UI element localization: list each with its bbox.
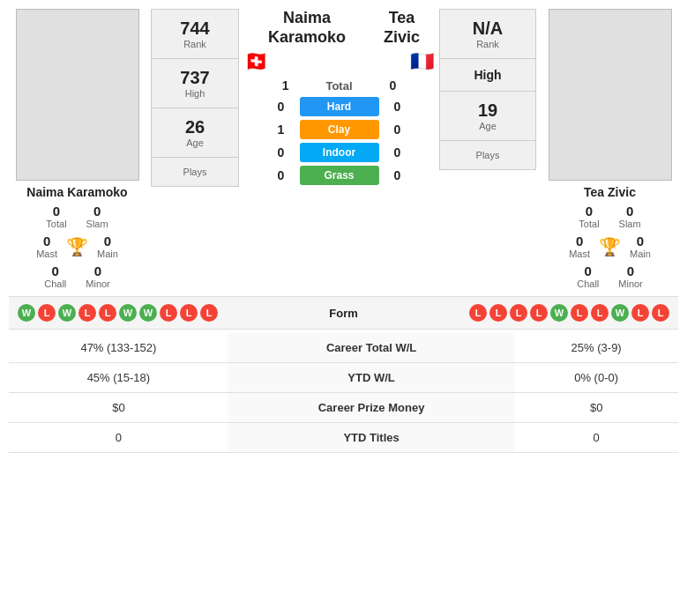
stats-row: $0 Career Prize Money $0 xyxy=(9,393,678,423)
player1-chall-label: Chall xyxy=(44,278,66,289)
player2-mast-cell: 0 Mast xyxy=(569,234,590,259)
player2-minor-value: 0 xyxy=(627,263,634,278)
player1-high-section: 737 High xyxy=(152,59,238,108)
loss-badge: L xyxy=(469,304,487,322)
player2-main-cell: 0 Main xyxy=(630,234,651,259)
players-header: Naima Karamoko Tea Zivic xyxy=(244,9,434,47)
player2-rank-label: Rank xyxy=(476,39,499,49)
player2-minor-label: Minor xyxy=(618,278,643,289)
player2-rank-section: N/A Rank xyxy=(440,10,535,59)
p1-indoor-score: 0 xyxy=(273,145,289,160)
p2-hard-score: 0 xyxy=(390,100,406,114)
stat-center: Career Prize Money xyxy=(228,393,514,423)
player2-age-section: 19 Age xyxy=(440,92,535,141)
player1-slam-value: 0 xyxy=(93,204,101,219)
stat-right: 25% (3-9) xyxy=(514,333,678,363)
player2-plays-label: Plays xyxy=(476,150,500,160)
player2-slam-label: Slam xyxy=(619,219,641,229)
player1-total-label: Total xyxy=(46,219,66,229)
stat-right: 0% (0-0) xyxy=(514,363,678,393)
total-label: Total xyxy=(300,79,379,93)
player1-stats-panel: 744 Rank 737 High 26 Age Plays xyxy=(151,9,239,187)
player1-high-label: High xyxy=(185,88,205,99)
player2-slam-value: 0 xyxy=(626,204,633,219)
grass-badge: Grass xyxy=(300,166,379,185)
stat-left: $0 xyxy=(9,393,228,423)
loss-badge: L xyxy=(652,304,669,322)
top-section: Naima Karamoko 0 Total 0 Slam 0 Mast 🏆 xyxy=(9,9,678,289)
player2-main-value: 0 xyxy=(637,234,644,249)
loss-badge: L xyxy=(530,304,548,322)
clay-badge: Clay xyxy=(300,120,379,139)
player2-name: Tea Zivic xyxy=(584,185,636,199)
player2-total-value: 0 xyxy=(586,204,593,219)
player2-trophy-icon: 🏆 xyxy=(599,236,621,257)
stat-left: 45% (15-18) xyxy=(9,363,228,393)
total-surface-row: 1 Total 0 xyxy=(244,78,434,93)
player1-high-value: 737 xyxy=(180,68,209,88)
player1-chall-cell: 0 Chall xyxy=(44,263,66,289)
form-label: Form xyxy=(329,307,358,320)
player1-chall-value: 0 xyxy=(52,263,59,278)
main-container: Naima Karamoko 0 Total 0 Slam 0 Mast 🏆 xyxy=(0,0,687,462)
player2-mast-value: 0 xyxy=(576,234,583,249)
player1-rank-label: Rank xyxy=(183,39,206,49)
win-badge: W xyxy=(58,304,76,322)
loss-badge: L xyxy=(591,304,609,322)
stats-table: 47% (133-152) Career Total W/L 25% (3-9)… xyxy=(9,333,678,453)
player1-name: Naima Karamoko xyxy=(26,185,127,199)
p2-indoor-score: 0 xyxy=(390,145,406,160)
flags-row: 🇨🇭 🇫🇷 xyxy=(244,50,434,73)
player2-header-name: Tea Zivic xyxy=(370,9,434,47)
player1-main-cell: 0 Main xyxy=(97,234,118,259)
stats-row: 47% (133-152) Career Total W/L 25% (3-9) xyxy=(9,333,678,363)
player1-minor-label: Minor xyxy=(86,278,110,289)
hard-surface-row: 0 Hard 0 xyxy=(244,97,434,116)
hard-badge: Hard xyxy=(300,97,379,116)
player1-mast-cell: 0 Mast xyxy=(36,234,57,259)
player2-high-value: High xyxy=(474,68,501,82)
stat-center: YTD Titles xyxy=(228,423,514,453)
stat-left: 0 xyxy=(9,423,228,453)
loss-badge: L xyxy=(78,304,96,322)
loss-badge: L xyxy=(489,304,507,322)
loss-badge: L xyxy=(180,304,198,322)
win-badge: W xyxy=(550,304,568,322)
player1-slam-cell: 0 Slam xyxy=(86,204,108,229)
stat-center: YTD W/L xyxy=(228,363,514,393)
p1-hard-score: 0 xyxy=(273,100,289,114)
p1-clay-score: 1 xyxy=(273,122,289,137)
player2-total-cell: 0 Total xyxy=(579,204,599,229)
player2-chall-label: Chall xyxy=(577,278,599,289)
clay-surface-row: 1 Clay 0 xyxy=(244,120,434,139)
player2-trophy-row: 0 Mast 🏆 0 Main xyxy=(569,234,651,259)
win-badge: W xyxy=(18,304,35,322)
player1-age-value: 26 xyxy=(185,117,205,137)
stat-right: 0 xyxy=(514,423,678,453)
player1-main-value: 0 xyxy=(104,234,111,249)
form-section: WLWLLWWLLL Form LLLLWLLWLL xyxy=(9,296,678,330)
player2-main-label: Main xyxy=(630,249,651,259)
player1-age-section: 26 Age xyxy=(152,108,238,158)
loss-badge: L xyxy=(571,304,588,322)
player1-rank-value: 744 xyxy=(180,19,209,39)
player1-trophy-row: 0 Mast 🏆 0 Main xyxy=(36,234,118,259)
player1-form-badges: WLWLLWWLLL xyxy=(18,304,218,322)
win-badge: W xyxy=(119,304,137,322)
p1-total-score: 1 xyxy=(282,78,289,93)
player1-rank-section: 744 Rank xyxy=(152,10,238,59)
player1-flag: 🇨🇭 xyxy=(244,50,268,73)
player1-trophy-icon: 🏆 xyxy=(66,236,88,257)
player1-mast-value: 0 xyxy=(43,234,50,249)
loss-badge: L xyxy=(631,304,649,322)
player1-photo xyxy=(16,9,139,181)
player2-minor-cell: 0 Minor xyxy=(618,263,643,289)
loss-badge: L xyxy=(38,304,56,322)
loss-badge: L xyxy=(160,304,177,322)
stat-center: Career Total W/L xyxy=(228,333,514,363)
player2-chall-cell: 0 Chall xyxy=(577,263,599,289)
loss-badge: L xyxy=(200,304,218,322)
loss-badge: L xyxy=(99,304,116,322)
p1-grass-score: 0 xyxy=(273,168,289,182)
player1-slam-label: Slam xyxy=(86,219,108,229)
